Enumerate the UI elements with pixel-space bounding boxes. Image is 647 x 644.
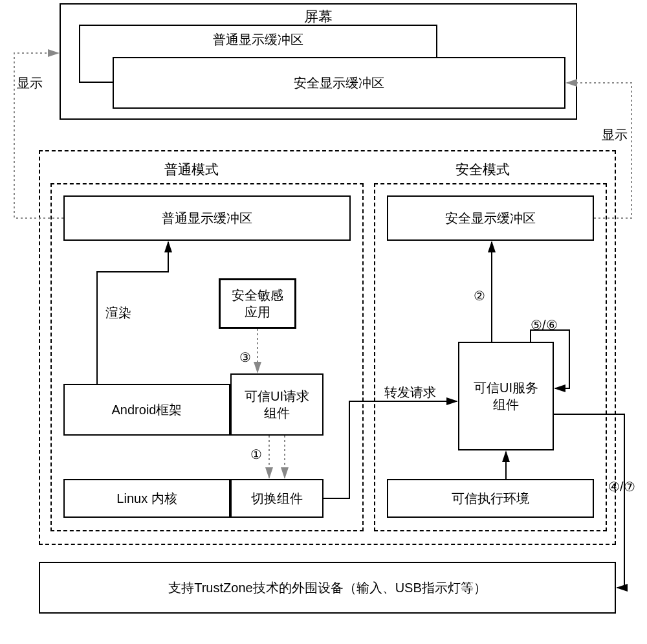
normal-mode-title: 普通模式 [162, 161, 221, 179]
sensitive-app-label: 安全敏感应用 [232, 287, 283, 320]
display-left-label: 显示 [17, 74, 43, 92]
step-2-label: ② [474, 288, 485, 304]
screen-normal-buffer-label: 普通显示缓冲区 [213, 31, 303, 49]
secure-mode-title: 安全模式 [453, 161, 512, 179]
secure-buffer-box: 安全显示缓冲区 [387, 195, 594, 241]
step-3-label: ③ [239, 350, 251, 365]
step-1-label: ① [250, 447, 262, 462]
tee-label: 可信执行环境 [452, 490, 529, 507]
secure-buffer-label: 安全显示缓冲区 [445, 210, 536, 227]
trusted-ui-svc-box: 可信UI服务组件 [458, 342, 554, 450]
step-47-label: ④/⑦ [608, 479, 635, 494]
screen-secure-buffer: 安全显示缓冲区 [113, 57, 565, 109]
switch-component-label: 切换组件 [251, 490, 303, 507]
display-right-label: 显示 [602, 126, 628, 144]
peripheral-label: 支持TrustZone技术的外围设备（输入、USB指示灯等） [168, 579, 487, 597]
android-framework-box: Android框架 [63, 384, 230, 436]
linux-kernel-label: Linux 内核 [116, 490, 177, 507]
normal-buffer-label: 普通显示缓冲区 [162, 210, 252, 227]
switch-component-box: 切换组件 [230, 479, 324, 518]
screen-title: 屏幕 [61, 7, 576, 27]
sensitive-app-box: 安全敏感应用 [219, 278, 296, 329]
normal-buffer-box: 普通显示缓冲区 [63, 195, 351, 241]
linux-kernel-box: Linux 内核 [63, 479, 230, 518]
step-56-label: ⑤/⑥ [531, 317, 558, 333]
render-label: 渲染 [105, 304, 131, 322]
tee-box: 可信执行环境 [387, 479, 594, 518]
forward-request-label: 转发请求 [384, 384, 436, 401]
trusted-ui-svc-label: 可信UI服务组件 [470, 379, 542, 413]
trusted-ui-req-label: 可信UI请求组件 [241, 388, 313, 421]
trusted-ui-req-box: 可信UI请求组件 [230, 373, 324, 436]
screen-secure-buffer-label: 安全显示缓冲区 [294, 74, 384, 92]
peripheral-box: 支持TrustZone技术的外围设备（输入、USB指示灯等） [39, 562, 616, 614]
android-framework-label: Android框架 [112, 401, 182, 419]
